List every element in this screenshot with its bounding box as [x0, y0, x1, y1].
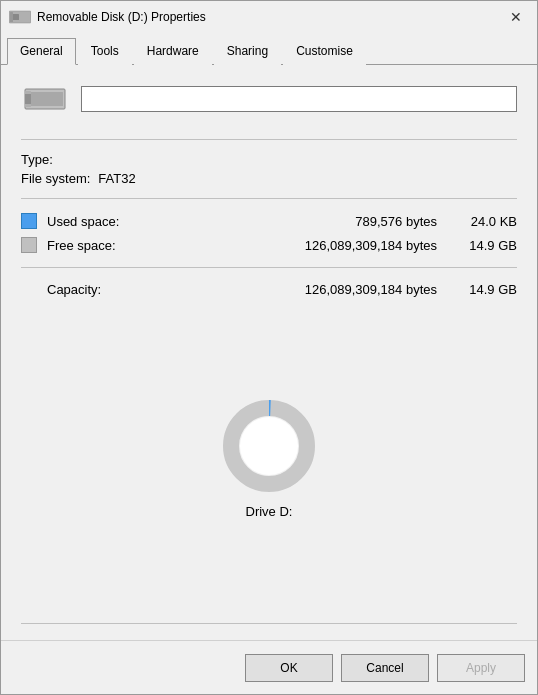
svg-rect-4	[27, 92, 63, 106]
tab-hardware[interactable]: Hardware	[134, 38, 212, 65]
ok-button[interactable]: OK	[245, 654, 333, 682]
drive-name-input[interactable]	[81, 86, 517, 112]
drive-label: Drive D:	[246, 504, 293, 519]
capacity-bytes: 126,089,309,184 bytes	[127, 282, 457, 297]
svg-point-9	[240, 417, 298, 475]
donut-chart	[219, 396, 319, 496]
tab-tools[interactable]: Tools	[78, 38, 132, 65]
svg-rect-6	[25, 94, 31, 104]
free-bytes: 126,089,309,184 bytes	[137, 238, 457, 253]
capacity-label: Capacity:	[47, 282, 127, 297]
button-bar: OK Cancel Apply	[1, 640, 537, 694]
used-color-box	[21, 213, 37, 229]
close-button[interactable]: ✕	[503, 4, 529, 30]
tab-content: Type: File system: FAT32 Used space: 789…	[1, 65, 537, 640]
capacity-human: 14.9 GB	[457, 282, 517, 297]
title-icon	[9, 6, 31, 28]
used-label: Used space:	[47, 214, 137, 229]
apply-button[interactable]: Apply	[437, 654, 525, 682]
filesystem-label: File system:	[21, 171, 90, 186]
cancel-button[interactable]: Cancel	[341, 654, 429, 682]
tab-customise[interactable]: Customise	[283, 38, 366, 65]
drive-icon	[21, 81, 69, 117]
tab-general[interactable]: General	[7, 38, 76, 65]
used-human: 24.0 KB	[457, 214, 517, 229]
tab-bar: General Tools Hardware Sharing Customise	[1, 33, 537, 65]
free-space-row: Free space: 126,089,309,184 bytes 14.9 G…	[21, 233, 517, 257]
free-label: Free space:	[47, 238, 137, 253]
filesystem-value: FAT32	[98, 171, 135, 186]
separator-3	[21, 267, 517, 268]
properties-window: Removable Disk (D:) Properties ✕ General…	[0, 0, 538, 695]
filesystem-row: File system: FAT32	[21, 169, 517, 188]
title-bar: Removable Disk (D:) Properties ✕	[1, 1, 537, 33]
window-title: Removable Disk (D:) Properties	[37, 10, 503, 24]
svg-rect-2	[10, 12, 13, 22]
separator-1	[21, 139, 517, 140]
bottom-separator	[21, 623, 517, 624]
used-bytes: 789,576 bytes	[137, 214, 457, 229]
free-color-box	[21, 237, 37, 253]
capacity-row: Capacity: 126,089,309,184 bytes 14.9 GB	[47, 278, 517, 301]
separator-2	[21, 198, 517, 199]
type-row: Type:	[21, 150, 517, 169]
drive-header	[21, 81, 517, 117]
tab-sharing[interactable]: Sharing	[214, 38, 281, 65]
type-label: Type:	[21, 152, 53, 167]
donut-container: Drive D:	[21, 301, 517, 613]
used-space-row: Used space: 789,576 bytes 24.0 KB	[21, 209, 517, 233]
free-human: 14.9 GB	[457, 238, 517, 253]
